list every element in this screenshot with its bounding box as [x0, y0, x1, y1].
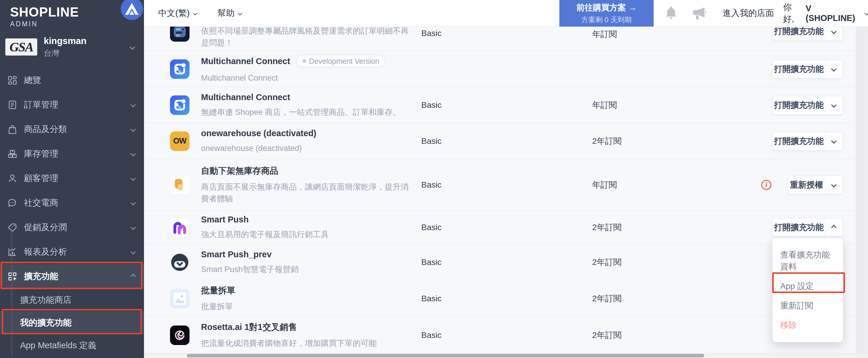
app-icon-batch-split — [170, 289, 189, 308]
plan-cell: Basic — [421, 330, 441, 340]
chevron-down-icon — [130, 200, 136, 205]
app-desc: Smart Push智慧電子報營銷 — [201, 263, 550, 275]
app-row-rosetta: Rosetta.ai 1對1交叉銷售 把流量化成消費者購物喜好，增加購買下單的可… — [144, 317, 856, 354]
buy-plan-title: 前往購買方案 → — [577, 2, 637, 13]
app-icon-multichannel — [170, 95, 189, 115]
language-selector[interactable]: 中文(繁) — [158, 7, 196, 19]
button-caret[interactable] — [825, 132, 843, 150]
subscription-cell: 2年訂閱 — [592, 257, 622, 268]
menu-item-app-settings[interactable]: App 設定 — [773, 276, 843, 296]
sidebar-item-products[interactable]: 商品及分類 — [0, 117, 144, 141]
reauthorize-button[interactable]: 重新授權 — [788, 176, 843, 194]
apps-grid-plus-icon — [7, 271, 18, 282]
app-row-multichannel: Multichannel Connect 無縫串連 Shopee 商店，一站式管… — [144, 87, 856, 123]
sidebar-item-label: 總覽 — [24, 74, 41, 86]
app-icon-rosetta — [170, 326, 189, 345]
sidebar-item-label: 報表及分析 — [24, 246, 67, 258]
chevron-down-icon — [130, 151, 136, 156]
account-menu[interactable]: 你好, V (SHOPLINE) — [783, 1, 868, 25]
menu-item-resubscribe[interactable]: 重新訂閱 — [773, 296, 843, 316]
shopline-mark-button[interactable] — [121, 0, 143, 20]
button-caret[interactable] — [825, 219, 843, 236]
button-caret[interactable] — [825, 176, 843, 194]
sidebar-item-label: 顧客管理 — [24, 172, 58, 184]
horizontal-scrollbar-track[interactable] — [144, 353, 868, 358]
chevron-down-icon — [831, 29, 836, 34]
app-desc: 無縫串連 Shopee 商店，一站式管理商品、訂單和庫存。 — [201, 106, 550, 118]
app-icon-auto-unpublish — [170, 175, 189, 195]
app-title: Smart Push_prev — [201, 250, 272, 259]
button-caret[interactable] — [825, 96, 843, 114]
app-icon-onewarehouse: OW — [170, 131, 189, 151]
app-desc: 把流量化成消費者購物喜好，增加購買下單的可能 — [201, 337, 550, 349]
sidebar-item-customers[interactable]: 顧客管理 — [0, 166, 144, 191]
badge-label: Development Version — [309, 57, 379, 65]
plan-cell: Basic — [421, 294, 441, 303]
chevron-down-icon — [831, 102, 836, 107]
app-title: onewarehouse (deactivated) — [201, 128, 316, 138]
chevron-down-icon — [238, 11, 242, 15]
sidebar-item-inventory[interactable]: 庫存管理 — [0, 141, 144, 166]
sidebar-subitem-app-store[interactable]: 擴充功能商店 — [0, 289, 144, 311]
order-doc-icon — [7, 100, 18, 110]
enter-my-store-link[interactable]: 進入我的店面 — [722, 7, 774, 19]
subscription-cell: 2年訂閱 — [592, 222, 622, 233]
sidebar-item-label: 庫存管理 — [24, 148, 58, 160]
sidebar-item-reports[interactable]: 報表及分析 — [0, 239, 144, 264]
chevron-down-icon — [130, 175, 136, 181]
app-title: Multichannel Connect — [201, 56, 290, 66]
menu-item-view-app-info[interactable]: 查看擴充功能資料 — [773, 245, 843, 276]
sidebar-item-apps[interactable]: 擴充功能 — [0, 264, 144, 289]
app-row-auto-unpublish: 自動下架無庫存商品 商店頁面不展示無庫存商品，讓網店頁面簡潔乾淨，提升消 費者體… — [144, 159, 856, 210]
app-title: Rosetta.ai 1對1交叉銷售 — [201, 321, 297, 333]
subscription-cell: 年訂閱 — [592, 100, 617, 111]
shopline-triangle-icon — [124, 2, 140, 16]
sidebar-item-label: 擴充功能 — [24, 270, 58, 282]
open-app-button[interactable]: 打開擴充功能 — [773, 96, 843, 114]
notifications-bell-icon[interactable] — [664, 6, 678, 21]
plan-days-left: 方案剩 0 天到期 — [581, 15, 632, 25]
sidebar-subitem-label: App Metafields 定義 — [20, 340, 96, 352]
help-menu[interactable]: 幫助 — [217, 7, 242, 19]
app-title: Multichannel Connect — [201, 92, 290, 102]
app-title: 自動下架無庫存商品 — [201, 165, 278, 177]
language-label: 中文(繁) — [158, 7, 189, 19]
subscription-cell: 年訂閱 — [592, 29, 617, 40]
app-actions-dropdown: 查看擴充功能資料 App 設定 重新訂閱 移除 — [773, 238, 843, 342]
menu-item-remove[interactable]: 移除 — [773, 316, 843, 335]
sidebar-item-social-commerce[interactable]: 社交電商 — [0, 191, 144, 215]
sidebar-item-overview[interactable]: 總覽 — [0, 68, 144, 93]
subscription-cell: 2年訂閱 — [592, 330, 622, 341]
chevron-down-icon — [130, 126, 136, 132]
app-title: 批量拆單 — [201, 285, 235, 297]
dev-version-badge: Development Version — [296, 54, 386, 68]
greeting-label: 你好, — [783, 1, 802, 25]
buy-plan-button[interactable]: 前往購買方案 → 方案剩 0 天到期 — [559, 0, 654, 27]
brand-logo: SHOPLINE ADMIN — [10, 5, 79, 28]
plan-cell: Basic — [421, 29, 441, 38]
store-switcher[interactable]: GSA kingsman 台灣 — [5, 35, 138, 59]
chevron-down-icon — [831, 138, 836, 143]
right-scroll-gutter — [856, 27, 868, 358]
chevron-down-icon — [193, 11, 197, 15]
sidebar-item-label: 促銷及分潤 — [24, 222, 67, 233]
app-desc: Multichannel Connect — [201, 72, 550, 84]
app-desc: 強大且易用的電子報及簡訊行銷工具 — [201, 229, 550, 240]
button-caret[interactable] — [825, 60, 843, 78]
sidebar-subitem-app-metafields[interactable]: App Metafields 定義 — [0, 334, 144, 357]
chevron-down-icon — [130, 249, 136, 254]
open-app-button-expanded[interactable]: 打開擴充功能 — [773, 218, 843, 237]
sidebar-item-orders[interactable]: 訂單管理 — [0, 93, 144, 117]
chevron-down-icon — [831, 182, 836, 187]
sidebar-subitem-my-apps[interactable]: 我的擴充功能 — [0, 311, 144, 334]
chevron-down-icon — [130, 102, 136, 107]
open-app-button[interactable]: 打開擴充功能 — [773, 132, 843, 150]
open-app-button[interactable]: 打開擴充功能 — [773, 60, 843, 78]
app-row-order-detail: 依照不同場景調整專屬品牌風格及營運需求的訂單明細不再 是問題！ Basic 年訂… — [144, 27, 856, 51]
announcements-megaphone-icon[interactable] — [691, 6, 708, 21]
reauthorize-warning-icon[interactable]: i — [761, 180, 771, 190]
boxes-icon — [7, 149, 18, 159]
horizontal-scrollbar-thumb[interactable] — [187, 354, 704, 357]
sidebar-item-promotions[interactable]: 促銷及分潤 — [0, 215, 144, 239]
app-row-multichannel-dev: Multichannel Connect Development Version… — [144, 51, 856, 87]
